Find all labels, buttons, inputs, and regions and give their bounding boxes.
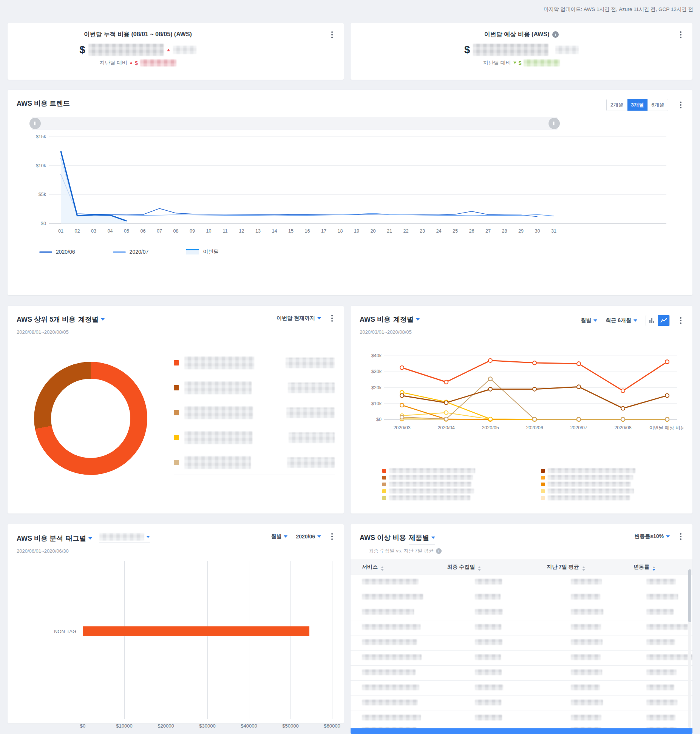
group-by-dropdown[interactable]: 제품별 bbox=[409, 533, 435, 544]
table-row[interactable] bbox=[351, 620, 692, 635]
svg-text:25: 25 bbox=[453, 228, 458, 234]
period-button-6개월[interactable]: 6개월 bbox=[647, 99, 668, 111]
kebab-menu-icon[interactable] bbox=[678, 317, 683, 324]
table-row[interactable] bbox=[351, 605, 692, 620]
svg-text:21: 21 bbox=[387, 228, 392, 234]
legend-color-swatch bbox=[382, 496, 386, 500]
svg-text:11: 11 bbox=[223, 228, 228, 234]
group-by-dropdown[interactable]: 태그별 bbox=[66, 534, 92, 545]
masked-date-value bbox=[475, 639, 502, 645]
chevron-down-icon bbox=[317, 317, 321, 319]
kebab-menu-icon[interactable] bbox=[329, 31, 335, 38]
tag-key-dropdown-masked[interactable] bbox=[99, 533, 150, 543]
masked-rate-value bbox=[646, 715, 675, 720]
table-row[interactable] bbox=[351, 590, 692, 605]
account-legend-item[interactable] bbox=[382, 495, 541, 501]
account-legend-item[interactable] bbox=[541, 467, 700, 474]
column-header-last-collected[interactable]: 최종 수집일 bbox=[442, 560, 541, 575]
masked-diff-amount bbox=[524, 59, 560, 66]
group-by-dropdown[interactable]: 계정별 bbox=[78, 315, 105, 326]
account-legend-item[interactable] bbox=[382, 467, 541, 474]
kebab-menu-icon[interactable] bbox=[329, 315, 335, 322]
period-button-3개월[interactable]: 3개월 bbox=[627, 99, 647, 111]
groupby-dropdown[interactable]: 월별 bbox=[271, 533, 287, 540]
top5-legend-row[interactable] bbox=[174, 350, 335, 375]
masked-account-value bbox=[286, 407, 335, 418]
svg-text:$15k: $15k bbox=[36, 134, 46, 139]
kebab-menu-icon[interactable] bbox=[678, 533, 683, 540]
top5-donut-chart bbox=[34, 362, 147, 475]
gridline bbox=[332, 561, 332, 719]
account-legend-grid bbox=[382, 467, 700, 501]
sort-icon bbox=[478, 566, 481, 571]
svg-text:$40k: $40k bbox=[371, 353, 382, 358]
kebab-menu-icon[interactable] bbox=[678, 102, 683, 108]
table-row[interactable] bbox=[351, 681, 692, 696]
account-legend-item[interactable] bbox=[541, 481, 700, 487]
svg-text:14: 14 bbox=[272, 228, 277, 234]
rate-filter-dropdown[interactable]: 변동률≥10% bbox=[634, 533, 670, 540]
account-legend-item[interactable] bbox=[382, 481, 541, 487]
account-legend-item[interactable] bbox=[382, 474, 541, 481]
legend-color-swatch bbox=[541, 489, 545, 493]
increase-triangle-icon bbox=[130, 62, 133, 64]
column-header-7day-avg[interactable]: 지난 7일 평균 bbox=[541, 560, 628, 575]
trend-legend-item-2020/07[interactable]: 2020/07 bbox=[113, 248, 149, 255]
datazoom-right-handle[interactable] bbox=[549, 118, 560, 129]
svg-text:$10k: $10k bbox=[371, 401, 382, 406]
line-chart-toggle-button[interactable] bbox=[658, 315, 669, 326]
top5-legend-row[interactable] bbox=[174, 400, 335, 425]
datazoom-left-handle[interactable] bbox=[29, 118, 41, 129]
range-dropdown[interactable]: 이번달 현재까지 bbox=[277, 315, 321, 322]
info-icon[interactable]: i bbox=[552, 31, 559, 38]
trend-legend-item-이번달[interactable]: 이번달 bbox=[186, 248, 219, 255]
svg-text:24: 24 bbox=[436, 228, 442, 234]
bar-chart-toggle-button[interactable] bbox=[646, 315, 658, 326]
masked-average-value bbox=[571, 609, 603, 615]
trend-legend-item-2020/06[interactable]: 2020/06 bbox=[39, 248, 75, 255]
top5-legend-row[interactable] bbox=[174, 375, 335, 400]
legend-color-swatch bbox=[382, 489, 386, 493]
range-dropdown[interactable]: 최근 6개월 bbox=[606, 317, 637, 324]
panel-title: AWS 비용 bbox=[360, 315, 391, 324]
svg-text:16: 16 bbox=[305, 228, 310, 234]
table-row[interactable] bbox=[351, 666, 692, 681]
info-icon[interactable]: i bbox=[436, 548, 442, 554]
group-by-dropdown[interactable]: 계정별 bbox=[393, 315, 420, 326]
chevron-down-icon bbox=[666, 535, 670, 538]
top5-legend-row[interactable] bbox=[174, 450, 335, 475]
masked-average-value bbox=[571, 715, 601, 720]
table-row[interactable] bbox=[351, 575, 692, 590]
month-dropdown[interactable]: 2020/06 bbox=[296, 534, 321, 540]
column-header-change-rate[interactable]: 변동률 bbox=[628, 560, 692, 575]
period-button-2개월[interactable]: 2개월 bbox=[607, 99, 627, 111]
dashboard-page: 마지막 업데이트: AWS 1시간 전, Azure 11시간 전, GCP 1… bbox=[0, 0, 700, 734]
cost-trend-chart: $0$5k$10k$15k010203040506070809101112131… bbox=[17, 130, 683, 243]
table-row[interactable] bbox=[351, 635, 692, 651]
svg-text:$0: $0 bbox=[41, 221, 46, 226]
masked-legend-label bbox=[548, 489, 634, 493]
column-header-service[interactable]: 서비스 bbox=[351, 560, 442, 575]
account-legend-item[interactable] bbox=[541, 474, 700, 481]
table-row[interactable] bbox=[351, 711, 692, 726]
datazoom-slider[interactable] bbox=[32, 117, 558, 130]
groupby-dropdown[interactable]: 월별 bbox=[581, 317, 597, 324]
svg-text:10: 10 bbox=[206, 228, 212, 234]
table-scrollbar[interactable] bbox=[688, 569, 691, 728]
sort-icon bbox=[381, 566, 384, 571]
table-row[interactable] bbox=[351, 696, 692, 711]
account-legend-item[interactable] bbox=[541, 495, 700, 501]
masked-legend-label bbox=[548, 468, 635, 473]
svg-text:$5k: $5k bbox=[39, 192, 46, 197]
table-row[interactable] bbox=[351, 651, 692, 666]
svg-text:02: 02 bbox=[75, 228, 80, 234]
kebab-menu-icon[interactable] bbox=[678, 31, 683, 38]
top5-legend-row[interactable] bbox=[174, 425, 335, 450]
masked-legend-label bbox=[548, 475, 633, 480]
account-legend-item[interactable] bbox=[541, 488, 700, 494]
bar-NON-TAG[interactable] bbox=[83, 626, 309, 636]
kebab-menu-icon[interactable] bbox=[329, 533, 335, 540]
masked-rate-value bbox=[646, 639, 675, 645]
scrollbar-thumb[interactable] bbox=[688, 569, 691, 622]
account-legend-item[interactable] bbox=[382, 488, 541, 494]
